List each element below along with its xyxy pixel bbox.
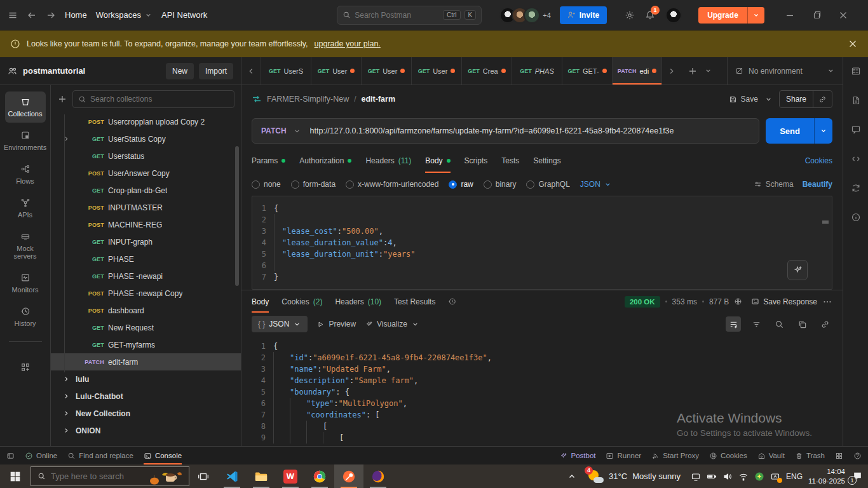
battery-icon[interactable] [707,471,717,482]
global-search[interactable]: Ctrl K [337,6,482,25]
open-tab[interactable]: GETUserS [261,57,311,85]
workspace-grid-icon[interactable] [20,362,31,372]
share-link-icon[interactable] [813,91,832,107]
open-tab[interactable]: GETGET- [562,57,612,85]
taskbar-search-input[interactable] [51,471,143,481]
response-history-icon[interactable] [448,297,456,306]
request-body-editor[interactable]: 1{23"lease_cost": "500.00",4"lease_durat… [252,196,832,290]
add-collection-icon[interactable] [57,94,67,104]
beautify-button[interactable]: Beautify [803,180,832,189]
cookies-button[interactable]: Cookies [709,447,747,464]
sidebar-rail-apis[interactable]: APIs [5,193,46,224]
tab-params[interactable]: Params [252,149,285,173]
taskbar-app-postman[interactable] [334,464,363,488]
open-tab[interactable]: GETUser [411,57,461,85]
import-button[interactable]: Import [199,63,233,79]
tab-scripts[interactable]: Scripts [465,149,488,173]
sidebar-rail-collections[interactable]: Collections [5,92,46,123]
collection-folder[interactable]: Lulu-Chatbot [51,388,241,405]
network-globe-icon[interactable] [734,297,742,306]
postbot-button[interactable]: Postbot [559,447,595,464]
action-center-icon[interactable]: 1 [852,470,863,483]
team-avatars[interactable]: +4 [499,7,551,24]
sidebar-scrollbar[interactable] [235,146,239,286]
online-status[interactable]: Online [25,447,57,464]
request-item[interactable]: POSTUsercropplan upload Copy 2 [51,113,241,130]
more-options-icon[interactable] [822,297,832,307]
open-tab[interactable]: PATCHedi [612,57,662,85]
task-view-button[interactable] [189,464,217,488]
response-tab-test-results[interactable]: Test Results [394,290,435,313]
request-item[interactable]: GETNew Request [51,319,241,336]
workspace-name[interactable]: postmantutorial [23,66,85,76]
status-badge[interactable]: 200 OK [625,296,660,308]
response-tab-cookies[interactable]: Cookies(2) [281,290,322,313]
antivirus-icon[interactable] [754,471,764,482]
notifications-bell-icon[interactable]: 1 [645,10,655,20]
nav-home[interactable]: Home [65,10,87,20]
language-selector[interactable]: JSON [580,180,612,189]
invite-button[interactable]: Invite [560,6,607,24]
start-button[interactable] [0,464,31,488]
open-tab[interactable]: GETCrea [461,57,512,85]
window-minimize-icon[interactable] [785,10,795,20]
request-item[interactable]: POSTdashboard [51,302,241,319]
user-avatar[interactable] [665,7,682,24]
open-tab[interactable]: GETPHAS [512,57,562,85]
nav-workspaces[interactable]: Workspaces [96,10,153,20]
breadcrumb-collection[interactable]: FARMER-Simplify-New [267,95,349,104]
taskbar-app-wps[interactable]: W [276,464,305,488]
tab-options-chevron-icon[interactable] [704,67,712,75]
body-type-x-www-form-urlencoded[interactable]: x-www-form-urlencoded [346,180,438,189]
body-type-binary[interactable]: binary [484,180,517,189]
request-item[interactable]: POSTUserAnswer Copy [51,165,241,182]
visualize-button[interactable]: Visualize [365,320,419,329]
tray-chevron-up-icon[interactable] [567,471,577,482]
upgrade-button[interactable]: Upgrade [698,7,764,24]
start-proxy-button[interactable]: Start Proxy [651,447,699,464]
runner-button[interactable]: Runner [606,447,641,464]
settings-gear-icon[interactable] [625,10,635,20]
find-and-replace[interactable]: Find and replace [67,447,133,464]
trash-button[interactable]: Trash [795,447,825,464]
nav-api-network[interactable]: API Network [161,10,207,20]
tab-body[interactable]: Body [425,149,450,173]
request-item[interactable]: POSTMACHINE-REG [51,216,241,233]
postbot-ai-button[interactable] [787,260,808,280]
request-item[interactable]: GETINPUT-graph [51,233,241,250]
response-size[interactable]: 877 B [709,297,729,306]
request-item[interactable]: GETPHASE [51,250,241,268]
save-response-button[interactable]: Save Response [751,297,817,306]
sidebar-rail-monitors[interactable]: Monitors [5,268,46,299]
response-link-icon[interactable] [817,316,832,332]
taskbar-app-explorer[interactable] [247,464,276,488]
vault-button[interactable]: Vault [757,447,785,464]
save-button[interactable]: Save [729,95,758,104]
body-type-form-data[interactable]: form-data [291,180,336,189]
collection-folder[interactable]: New Collection [51,405,241,422]
taskbar-app-vscode[interactable] [217,464,247,488]
banner-close-icon[interactable] [848,39,858,49]
open-tab[interactable]: GETUser [311,57,361,85]
new-tab-icon[interactable] [688,66,698,76]
url-input[interactable] [310,126,759,135]
response-time[interactable]: 353 ms [672,297,697,306]
language-indicator[interactable]: ENG [786,472,803,481]
forward-icon[interactable] [46,10,56,20]
toggle-sidebar-icon[interactable] [6,447,15,464]
collections-search[interactable] [72,90,234,108]
save-options-chevron-icon[interactable] [764,95,773,104]
breadcrumb-request-name[interactable]: edit-farm [362,95,395,104]
taskbar-search[interactable] [31,466,189,486]
search-response-icon[interactable] [771,316,787,332]
collection-folder[interactable]: lulu [51,370,241,388]
editor-scrollbar-thumb[interactable] [822,220,829,224]
window-maximize-icon[interactable] [811,10,822,20]
response-format-selector[interactable]: { } JSON [252,316,308,332]
wrap-text-button[interactable] [726,316,741,332]
cast-icon[interactable] [691,471,701,482]
body-type-raw[interactable]: raw [449,180,473,189]
taskbar-weather[interactable]: 4 31°C Mostly sunny [583,469,684,484]
request-item[interactable]: GETUserStatus Copy [51,130,241,147]
schema-button[interactable]: Schema [754,180,794,189]
